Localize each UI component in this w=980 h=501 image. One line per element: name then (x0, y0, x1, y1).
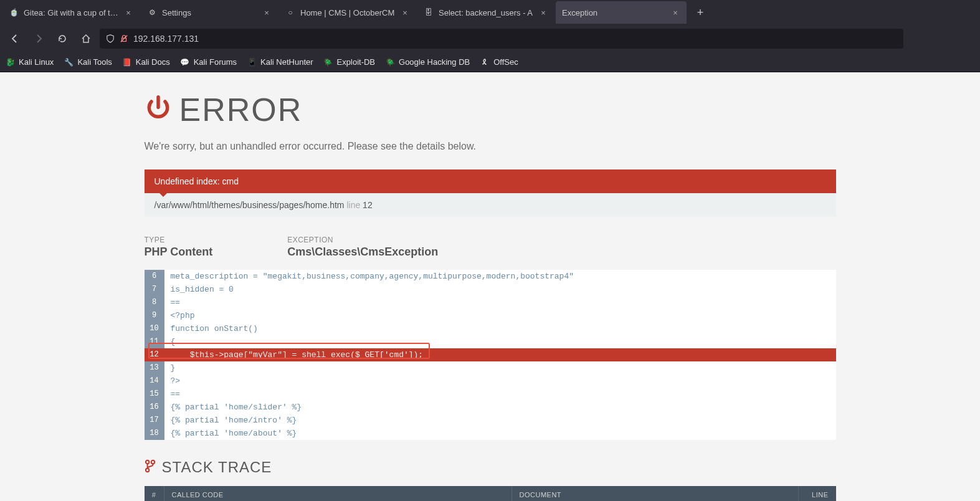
line-number: 14 (145, 375, 164, 388)
forward-button[interactable] (29, 29, 49, 49)
reload-button[interactable] (52, 29, 72, 49)
tab-close-button[interactable]: × (262, 7, 272, 17)
bookmark-kali-docs[interactable]: 📕Kali Docs (122, 57, 170, 67)
new-tab-button[interactable]: + (692, 4, 709, 21)
svg-point-2 (145, 460, 149, 464)
code-line-15: 15== (145, 388, 836, 401)
line-number: 6 (145, 270, 164, 283)
code-line-16: 16{% partial 'home/slider' %} (145, 401, 836, 414)
tab-title: Gitea: Git with a cup of tea (24, 8, 118, 17)
error-heading: ERROR (179, 91, 303, 128)
bookmark-icon: 🪲 (385, 57, 395, 67)
tab-favicon: ○ (285, 7, 295, 17)
bookmark-label: Kali Forums (194, 57, 237, 67)
exception-label: EXCEPTION (287, 236, 438, 244)
bookmark-google-hacking-db[interactable]: 🪲Google Hacking DB (385, 57, 470, 67)
code-line-10: 10function onStart() (145, 322, 836, 335)
stack-heading: STACK TRACE (162, 459, 272, 476)
tab-2[interactable]: ○Home | CMS | OctoberCM× (279, 1, 416, 24)
nav-bar: 192.168.177.131 (0, 25, 980, 52)
bookmark-icon: 🪲 (323, 57, 333, 67)
url-text: 192.168.177.131 (133, 34, 199, 44)
tab-close-button[interactable]: × (670, 7, 680, 17)
stack-col-num: # (145, 486, 164, 501)
svg-point-3 (151, 460, 155, 464)
url-bar[interactable]: 192.168.177.131 (100, 29, 903, 49)
stack-col-called: CALLED CODE (164, 486, 512, 501)
bookmark-kali-tools[interactable]: 🔧Kali Tools (64, 57, 112, 67)
bookmark-offsec[interactable]: 🎗OffSec (480, 57, 518, 67)
code-line-11: 11{ (145, 335, 836, 348)
svg-point-4 (145, 468, 149, 472)
code-line-8: 8== (145, 296, 836, 309)
bookmark-label: Kali Docs (136, 57, 170, 67)
code-line-6: 6meta_description = "megakit,business,co… (145, 270, 836, 283)
tab-3[interactable]: 🗄Select: backend_users - A× (417, 1, 554, 24)
bookmark-icon: 🎗 (480, 57, 490, 67)
tab-title: Home | CMS | OctoberCM (300, 8, 395, 17)
bookmark-kali-nethunter[interactable]: 📱Kali NetHunter (247, 57, 313, 67)
tab-4[interactable]: Exception× (556, 1, 687, 24)
stack-title: STACK TRACE (145, 459, 836, 476)
alert-header: Undefined index: cmd (145, 169, 836, 193)
info-row: TYPE PHP Content EXCEPTION Cms\Classes\C… (145, 236, 836, 259)
line-number: 7 (145, 283, 164, 296)
exception-value: Cms\Classes\CmsException (287, 246, 438, 259)
bookmark-icon: 📕 (122, 57, 132, 67)
bookmark-label: Kali Linux (19, 57, 54, 67)
line-number: 15 (145, 388, 164, 401)
tab-close-button[interactable]: × (538, 7, 548, 17)
line-content: is_hidden = 0 (164, 283, 836, 296)
line-content: $this->page["myVar"] = shell_exec($_GET[… (164, 348, 836, 361)
line-number: 10 (145, 322, 164, 335)
branch-icon (145, 459, 156, 476)
line-content: { (164, 335, 836, 348)
bookmark-icon: 💬 (180, 57, 190, 67)
tab-title: Exception (562, 8, 665, 17)
bookmark-kali-forums[interactable]: 💬Kali Forums (180, 57, 237, 67)
line-content: == (164, 296, 836, 309)
bookmark-label: Kali Tools (77, 57, 112, 67)
alert-box: Undefined index: cmd /var/www/html/theme… (145, 169, 836, 217)
line-word: line (346, 200, 360, 210)
line-number: 12 (145, 348, 164, 361)
home-button[interactable] (76, 29, 96, 49)
lock-slash-icon (120, 34, 128, 43)
error-title: ERROR (145, 91, 836, 128)
line-number: 17 (145, 414, 164, 427)
bookmark-label: Exploit-DB (337, 57, 375, 67)
line-content: } (164, 361, 836, 375)
type-block: TYPE PHP Content (145, 236, 213, 259)
bookmark-label: OffSec (493, 57, 518, 67)
tab-favicon: 🍵 (9, 7, 19, 17)
file-path: /var/www/html/themes/business/pages/home… (155, 200, 345, 210)
code-line-17: 17{% partial 'home/intro' %} (145, 414, 836, 427)
bookmark-exploit-db[interactable]: 🪲Exploit-DB (323, 57, 375, 67)
power-icon (145, 95, 172, 125)
tab-close-button[interactable]: × (123, 7, 133, 17)
tab-title: Settings (162, 8, 257, 17)
tab-title: Select: backend_users - A (439, 8, 533, 17)
bookmark-icon: 🐉 (5, 57, 15, 67)
line-content: == (164, 388, 836, 401)
line-number: 8 (145, 296, 164, 309)
type-value: PHP Content (145, 246, 213, 259)
error-subtitle: We're sorry, but an unhandled error occu… (145, 141, 836, 152)
shield-icon (106, 34, 115, 43)
code-block: 6meta_description = "megakit,business,co… (145, 270, 836, 440)
bookmark-kali-linux[interactable]: 🐉Kali Linux (5, 57, 54, 67)
line-content: <?php (164, 309, 836, 322)
tab-bar: 🍵Gitea: Git with a cup of tea×⚙Settings×… (0, 0, 980, 25)
line-content: {% partial 'home/slider' %} (164, 401, 836, 414)
exception-block: EXCEPTION Cms\Classes\CmsException (287, 236, 438, 259)
code-line-9: 9<?php (145, 309, 836, 322)
code-line-13: 13} (145, 361, 836, 375)
tab-0[interactable]: 🍵Gitea: Git with a cup of tea× (2, 1, 140, 24)
tab-1[interactable]: ⚙Settings× (141, 1, 278, 24)
back-button[interactable] (5, 29, 25, 49)
line-number: 12 (363, 200, 373, 210)
alert-body: /var/www/html/themes/business/pages/home… (145, 193, 836, 217)
tab-close-button[interactable]: × (400, 7, 410, 17)
page-content: ERROR We're sorry, but an unhandled erro… (0, 72, 980, 501)
bookmark-label: Kali NetHunter (260, 57, 313, 67)
